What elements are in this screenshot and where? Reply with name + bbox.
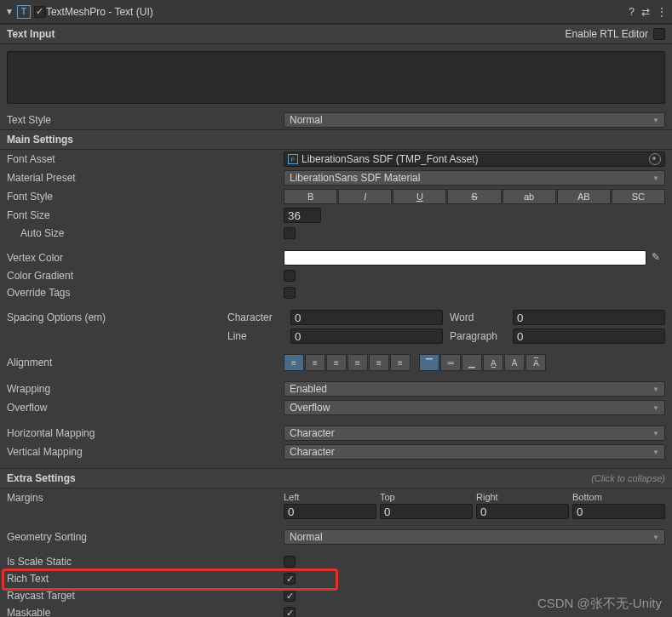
main-settings-header[interactable]: Main Settings <box>0 129 672 150</box>
align-geometry-button[interactable]: ≡ <box>390 354 411 371</box>
rtl-label: Enable RTL Editor <box>566 28 648 40</box>
is-scale-static-checkbox[interactable] <box>284 556 296 568</box>
spacing-word-input[interactable] <box>513 310 665 325</box>
align-center-button[interactable]: ≡ <box>305 354 325 371</box>
alignment-row: Alignment ≡ ≡ ≡ ≡ ≡ ≡ ▔ ═ ▁ A̲ A A̅ <box>0 352 672 373</box>
text-input-label: Text Input <box>7 28 55 40</box>
component-header: ▼ T TextMeshPro - Text (UI) ? ⇄ ⋮ <box>0 0 672 24</box>
rich-text-checkbox[interactable] <box>284 573 296 585</box>
is-scale-static-row: Is Scale Static <box>0 553 672 570</box>
uppercase-button[interactable]: AB <box>557 189 611 204</box>
vertex-color-row: Vertex Color ✎ <box>0 249 672 267</box>
vertical-align-group: ▔ ═ ▁ A̲ A A̅ <box>419 354 546 371</box>
spacing-character-input[interactable] <box>290 310 443 325</box>
underline-button[interactable]: U <box>393 189 446 204</box>
font-asset-row: Font Asset F LiberationSans SDF (TMP_Fon… <box>0 150 672 169</box>
help-icon[interactable]: ? <box>629 6 635 18</box>
text-style-label: Text Style <box>7 114 284 126</box>
margin-bottom-input[interactable] <box>572 504 665 519</box>
align-left-button[interactable]: ≡ <box>284 354 304 371</box>
font-size-row: Font Size <box>0 206 672 225</box>
collapse-arrow-icon[interactable]: ▼ <box>5 7 14 16</box>
horizontal-align-group: ≡ ≡ ≡ ≡ ≡ ≡ <box>284 354 411 371</box>
vertex-color-field[interactable] <box>284 250 646 266</box>
color-gradient-checkbox[interactable] <box>284 270 296 282</box>
vertical-mapping-dropdown[interactable]: Character▼ <box>284 444 665 460</box>
raycast-target-checkbox[interactable] <box>284 590 296 602</box>
align-flush-button[interactable]: ≡ <box>369 354 389 371</box>
geometry-sorting-dropdown[interactable]: Normal▼ <box>284 529 665 545</box>
enable-component-checkbox[interactable] <box>34 6 46 18</box>
watermark-text: CSDN @张不无-Unity <box>537 596 662 612</box>
text-input-row <box>0 44 672 111</box>
spacing-row-1: Spacing Options (em) Character Word <box>0 308 672 327</box>
overflow-row: Overflow Overflow▼ <box>0 398 672 417</box>
strikethrough-button[interactable]: S <box>447 189 501 204</box>
italic-button[interactable]: I <box>338 189 392 204</box>
margins-row: Margins Left Top Right Bottom <box>0 488 672 521</box>
auto-size-checkbox[interactable] <box>284 227 296 239</box>
align-midline-button[interactable]: A <box>504 354 525 371</box>
rich-text-row: Rich Text <box>0 570 672 587</box>
text-input-textarea[interactable] <box>7 51 665 104</box>
text-input-section-header[interactable]: Text Input Enable RTL Editor <box>0 24 672 44</box>
align-baseline-button[interactable]: A̲ <box>483 354 503 371</box>
align-justify-button[interactable]: ≡ <box>347 354 368 371</box>
component-icon: T <box>17 5 31 19</box>
align-middle-button[interactable]: ═ <box>440 354 461 371</box>
align-bottom-button[interactable]: ▁ <box>462 354 482 371</box>
smallcaps-button[interactable]: SC <box>612 189 665 204</box>
component-title: TextMeshPro - Text (UI) <box>46 6 629 18</box>
auto-size-row: Auto Size <box>0 225 672 242</box>
geometry-sorting-row: Geometry Sorting Normal▼ <box>0 528 672 546</box>
font-asset-field[interactable]: F LiberationSans SDF (TMP_Font Asset) <box>284 151 665 167</box>
text-style-dropdown[interactable]: Normal▼ <box>284 112 665 128</box>
color-gradient-row: Color Gradient <box>0 267 672 284</box>
margin-left-input[interactable] <box>284 504 376 519</box>
bold-button[interactable]: B <box>284 189 337 204</box>
font-style-row: Font Style B I U S ab AB SC <box>0 187 672 206</box>
menu-icon[interactable]: ⋮ <box>657 6 667 18</box>
font-asset-icon: F <box>288 154 298 164</box>
margin-right-input[interactable] <box>476 504 569 519</box>
material-preset-row: Material Preset LiberationSans SDF Mater… <box>0 169 672 187</box>
rtl-checkbox[interactable] <box>653 28 665 40</box>
font-size-input[interactable] <box>284 208 321 223</box>
override-tags-checkbox[interactable] <box>284 287 296 299</box>
font-style-button-group: B I U S ab AB SC <box>284 189 665 204</box>
vertical-mapping-row: Vertical Mapping Character▼ <box>0 443 672 461</box>
override-tags-row: Override Tags <box>0 284 672 301</box>
extra-settings-header[interactable]: Extra Settings (Click to collapse) <box>0 468 672 488</box>
margin-top-input[interactable] <box>380 504 473 519</box>
spacing-line-input[interactable] <box>290 328 443 344</box>
lowercase-button[interactable]: ab <box>503 189 556 204</box>
spacing-paragraph-input[interactable] <box>513 328 665 344</box>
spacing-row-2: Line Paragraph <box>0 327 672 346</box>
horizontal-mapping-row: Horizontal Mapping Character▼ <box>0 424 672 443</box>
wrapping-dropdown[interactable]: Enabled▼ <box>284 381 665 397</box>
eyedropper-icon[interactable]: ✎ <box>652 251 665 265</box>
align-top-button[interactable]: ▔ <box>419 354 439 371</box>
text-style-row: Text Style Normal▼ <box>0 111 672 129</box>
maskable-checkbox[interactable] <box>284 607 296 617</box>
align-capline-button[interactable]: A̅ <box>526 354 546 371</box>
horizontal-mapping-dropdown[interactable]: Character▼ <box>284 426 665 441</box>
overflow-dropdown[interactable]: Overflow▼ <box>284 400 665 415</box>
wrapping-row: Wrapping Enabled▼ <box>0 380 672 398</box>
material-preset-dropdown[interactable]: LiberationSans SDF Material▼ <box>284 170 665 186</box>
preset-icon[interactable]: ⇄ <box>641 6 650 18</box>
object-picker-icon[interactable] <box>649 153 661 165</box>
align-right-button[interactable]: ≡ <box>326 354 347 371</box>
